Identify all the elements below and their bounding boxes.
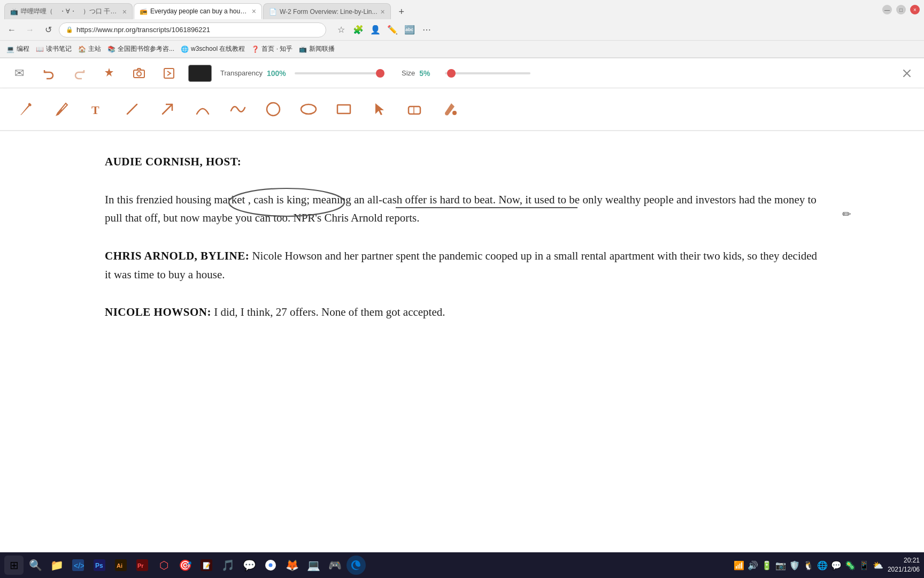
refresh-button[interactable]: ↺ — [41, 22, 56, 37]
pencil-tool[interactable] — [11, 94, 42, 125]
share-button[interactable] — [158, 63, 180, 84]
bookmarks-bar: 💻 编程 📖 读书笔记 🏠 主站 📚 全国图书馆参考咨... 🌐 w3schoo… — [0, 41, 924, 58]
text-tool[interactable]: T — [81, 94, 112, 125]
edge-taskbar[interactable] — [346, 556, 366, 575]
highlighter-tool[interactable] — [46, 94, 77, 125]
speaker-chris: CHRIS ARNOLD, BYLINE: — [105, 249, 249, 262]
svg-line-7 — [163, 104, 172, 114]
tab-bilibili-favicon: 📺 — [10, 8, 18, 16]
terminal-taskbar[interactable]: 💻 — [304, 556, 323, 575]
wave-tool[interactable] — [222, 94, 253, 125]
color-swatch[interactable] — [188, 65, 212, 82]
app-tray-2[interactable]: 💬 — [831, 560, 842, 571]
arrow-tool[interactable] — [152, 94, 183, 125]
svg-text:</>: </> — [74, 561, 84, 570]
size-slider[interactable] — [445, 72, 530, 74]
app5-taskbar[interactable]: 💬 — [240, 556, 259, 575]
taskbar: ⊞ 🔍 📁 </> Ps Ai Pr ⬡ 🎯 📝 🎵 💬 🦊 💻 🎮 📶 � — [0, 552, 924, 578]
tab-w2-close[interactable]: × — [381, 7, 385, 16]
svg-point-8 — [267, 103, 280, 116]
search-taskbar[interactable]: 🔍 — [26, 556, 45, 575]
new-tab-button[interactable]: + — [394, 4, 409, 19]
taskbar-time[interactable]: 20:21 2021/12/06 — [888, 556, 920, 574]
tab-bilibili-close[interactable]: × — [122, 7, 127, 16]
bookmark-biancheng[interactable]: 💻 编程 — [6, 44, 29, 54]
pin-button[interactable] — [98, 63, 120, 84]
svg-line-6 — [127, 104, 137, 114]
app4-taskbar[interactable]: 🎵 — [218, 556, 237, 575]
files-taskbar[interactable]: 📁 — [47, 556, 66, 575]
rectangle-tool[interactable] — [328, 94, 359, 125]
browser-actions: ☆ 🧩 👤 ✏️ 🔤 ⋯ — [334, 22, 434, 37]
app2-taskbar[interactable]: 🎯 — [175, 556, 195, 575]
shield-tray-icon[interactable]: 🛡️ — [789, 560, 800, 571]
chrome-taskbar[interactable] — [261, 556, 280, 575]
game-taskbar[interactable]: 🎮 — [325, 556, 344, 575]
app-tray-1[interactable]: 🌐 — [817, 560, 828, 571]
undo-button[interactable] — [38, 63, 60, 84]
edit-button[interactable]: ✏️ — [385, 22, 400, 37]
close-button[interactable]: × — [910, 5, 920, 14]
bookmark-dushubiji[interactable]: 📖 读书笔记 — [36, 44, 72, 54]
tab-npr-favicon: 📻 — [140, 7, 147, 15]
weather-tray-icon[interactable]: ⛅ — [873, 560, 883, 571]
ps-taskbar[interactable]: Ps — [90, 556, 109, 575]
redo-button[interactable] — [68, 63, 90, 84]
bookmark-w3school[interactable]: 🌐 w3school 在线教程 — [181, 44, 245, 54]
app3-taskbar[interactable]: 📝 — [197, 556, 216, 575]
forward-button[interactable]: → — [22, 22, 37, 37]
curve-tool[interactable] — [187, 94, 218, 125]
close-toolbar-button[interactable] — [898, 65, 915, 82]
firefox-taskbar[interactable]: 🦊 — [282, 556, 302, 575]
tab-npr[interactable]: 📻 Everyday people can buy a hous... × — [134, 3, 262, 19]
paragraph-main: In this frenzied housing market , cash i… — [105, 191, 819, 227]
bookmark-library[interactable]: 📚 全国图书馆参考咨... — [107, 44, 174, 54]
page-content: AUDIE CORNISH, HOST: In this frenzied ho… — [0, 131, 924, 553]
select-tool[interactable] — [364, 94, 395, 125]
back-button[interactable]: ← — [4, 22, 19, 37]
vscode-taskbar[interactable]: </> — [68, 556, 88, 575]
transparency-thumb[interactable] — [376, 69, 384, 78]
battery-tray-icon[interactable]: 🔋 — [761, 560, 772, 571]
pp-taskbar[interactable]: Pr — [133, 556, 152, 575]
start-button[interactable]: ⊞ — [4, 556, 24, 575]
bookmark-news[interactable]: 📺 新闻联播 — [299, 44, 335, 54]
fill-tool[interactable] — [434, 94, 465, 125]
wechat-tray-icon[interactable]: 📱 — [859, 560, 869, 571]
svg-point-1 — [137, 72, 141, 76]
ellipse-tool[interactable] — [293, 94, 324, 125]
tab-bilibili[interactable]: 📺 哔哩哔哩（ゕ・∀・ゕ）つ口 干杯~ bili... × — [4, 3, 133, 19]
svg-point-28 — [269, 564, 273, 567]
app1-taskbar[interactable]: ⬡ — [154, 556, 173, 575]
edit-icon: ✏ — [842, 206, 851, 223]
url-bar[interactable]: 🔒 https://www.npr.org/transcripts/106189… — [59, 22, 326, 37]
sound-tray-icon[interactable]: 🔊 — [748, 560, 758, 571]
translate-button[interactable]: 🔤 — [402, 22, 417, 37]
size-thumb[interactable] — [447, 69, 456, 78]
circle-tool[interactable] — [258, 94, 289, 125]
clock: 20:21 — [888, 556, 920, 565]
bookmark-zhihu[interactable]: ❓ 首页 · 知乎 — [251, 44, 292, 54]
star-button[interactable]: ☆ — [334, 22, 349, 37]
svg-text:Ps: Ps — [95, 562, 103, 569]
tab-w2[interactable]: 📄 W-2 Form Overview: Line-by-Lin... × — [263, 3, 391, 19]
qq-tray-icon[interactable]: 🐧 — [803, 560, 814, 571]
antivirus-icon[interactable]: 🦠 — [845, 560, 856, 571]
eraser-tool[interactable] — [399, 94, 430, 125]
camera-tray-icon[interactable]: 📷 — [775, 560, 786, 571]
profile-button[interactable]: 👤 — [368, 22, 383, 37]
tab-npr-close[interactable]: × — [252, 7, 256, 16]
camera-button[interactable] — [128, 63, 150, 84]
settings-button[interactable]: ⋯ — [419, 22, 434, 37]
maximize-button[interactable]: □ — [896, 5, 906, 14]
frenzied-housing-market: frenzied housing market — [136, 193, 245, 206]
ai-taskbar[interactable]: Ai — [111, 556, 130, 575]
diagonal-line-tool[interactable] — [117, 94, 148, 125]
network-tray-icon[interactable]: 📶 — [734, 560, 744, 571]
bookmark-main[interactable]: 🏠 主站 — [78, 44, 101, 54]
transparency-label: Transparency — [220, 69, 263, 77]
transparency-slider[interactable] — [295, 72, 380, 74]
url-text: https://www.npr.org/transcripts/10618962… — [76, 26, 319, 34]
minimize-button[interactable]: — — [882, 5, 892, 14]
extension-button[interactable]: 🧩 — [351, 22, 366, 37]
